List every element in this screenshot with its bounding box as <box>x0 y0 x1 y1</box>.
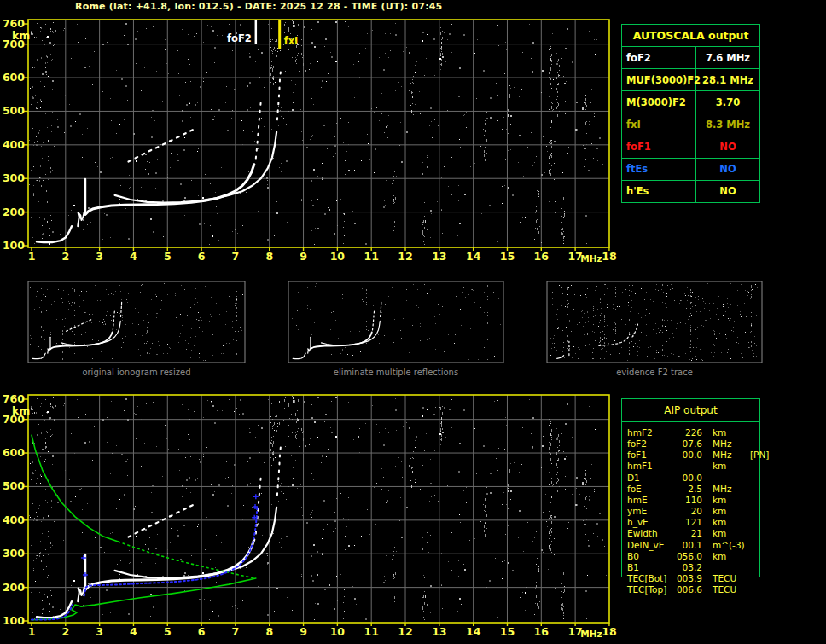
y-tick-label: 200 <box>3 581 25 594</box>
aip-cell: 21 <box>673 528 702 539</box>
aip-row-foE: foE2.5MHz <box>627 484 823 495</box>
y-tick-label: 760 <box>3 392 25 405</box>
aip-row-D1: D100.0 <box>627 473 823 484</box>
aip-cell: TEC[Top] <box>627 584 673 595</box>
mini-panel-border <box>547 281 762 363</box>
autoscala-row-MUF(3000)F2: MUF(3000)F228.1 MHz <box>622 68 759 90</box>
mini-traces <box>557 324 638 358</box>
aip-cell: hmF2 <box>627 427 673 438</box>
aip-row-Ewidth: Ewidth21km <box>627 528 823 539</box>
aip-cell: foE <box>627 484 673 495</box>
aip-row-TEC[Bot]: TEC[Bot]003.9TECU <box>627 573 823 584</box>
mini-noise <box>30 283 243 361</box>
aip-cell: hmF1 <box>627 461 673 472</box>
x-tick-label: 2 <box>61 250 69 263</box>
fit-anchor-plus-icon <box>83 572 88 577</box>
x-axis-unit-label: MHz <box>580 629 602 639</box>
x-tick-label: 4 <box>130 625 137 638</box>
aip-cell: km <box>713 427 750 438</box>
aip-row-B0: B0056.0km <box>627 551 823 562</box>
autoscala-param-label: fxI <box>622 113 696 135</box>
aip-row-foF2: foF207.6MHz <box>627 438 823 450</box>
autoscala-param-value: NO <box>696 163 759 175</box>
aip-cell: TECU <box>713 573 750 584</box>
marker-label-fxI: fxI <box>284 35 299 47</box>
y-tick-label: 300 <box>3 171 25 184</box>
autoscala-param-value: 28.1 MHz <box>696 74 759 86</box>
x-tick-label: 8 <box>265 625 273 638</box>
y-tick-label: 600 <box>3 71 25 84</box>
y-tick-label: 100 <box>3 239 25 252</box>
aip-cell: 20 <box>673 506 702 517</box>
mini-panel-1 <box>288 281 503 363</box>
aip-cell: MHz <box>713 484 750 495</box>
y-tick-label: 760 <box>3 17 25 30</box>
x-tick-label: 14 <box>466 625 481 638</box>
mini-noise <box>290 283 502 360</box>
aip-cell: --- <box>673 461 702 472</box>
aip-cell: 00.1 <box>673 540 702 551</box>
ionogram-traces <box>32 435 281 620</box>
x-tick-label: 13 <box>432 625 446 638</box>
x-tick-label: 13 <box>432 250 446 263</box>
autoscala-row-M(3000)F2: M(3000)F23.70 <box>622 90 759 113</box>
x-tick-label: 5 <box>164 250 172 263</box>
autoscala-output-table: AUTOSCALA output foF27.6 MHzMUF(3000)F22… <box>621 24 760 203</box>
x-tick-label: 11 <box>364 625 378 638</box>
autoscala-row-foF2: foF27.6 MHz <box>622 47 759 68</box>
x-tick-label: 6 <box>198 625 206 638</box>
x-tick-label: 5 <box>164 625 172 638</box>
autoscala-app-screen: 123456789101112131415161718MHz7607006005… <box>0 0 826 644</box>
y-tick-label: 100 <box>3 614 25 627</box>
aip-output-table: AIP output hmF2226kmfoF207.6MHzfoF100.0M… <box>621 398 760 577</box>
fit-anchor-plus-icon <box>253 494 259 499</box>
aip-cell: 00.0 <box>673 473 702 484</box>
x-tick-label: 15 <box>500 625 515 638</box>
y-tick-label: 300 <box>3 547 25 560</box>
aip-cell: foF1 <box>627 450 673 461</box>
autoscala-row-h'Es: h'EsNO <box>622 180 759 202</box>
aip-cell: 110 <box>673 495 702 506</box>
aip-cell: ymE <box>627 506 673 517</box>
x-tick-label: 9 <box>300 625 307 638</box>
autoscala-row-fxI: fxI8.3 MHz <box>622 113 759 135</box>
mini-traces <box>32 300 122 359</box>
x-tick-label: 12 <box>398 625 412 638</box>
aip-cell: h_vE <box>627 517 673 528</box>
x-axis-unit-label: MHz <box>580 253 602 264</box>
panel-caption-evidence: evidence F2 trace <box>547 368 762 378</box>
aip-cell: km <box>713 506 750 517</box>
x-tick-label: 3 <box>96 625 103 638</box>
autoscala-param-label: h'Es <box>622 181 696 202</box>
plot-border <box>28 395 609 623</box>
x-tick-label: 1 <box>28 250 36 263</box>
aip-row-TEC[Top]: TEC[Top]006.6TECU <box>627 584 823 595</box>
aip-cell: km <box>713 495 750 506</box>
mini-panel-border <box>28 281 245 363</box>
x-tick-label: 1 <box>28 625 36 638</box>
ionogram-top-plot: 123456789101112131415161718MHz7607006005… <box>3 17 617 264</box>
mini-panel-border <box>288 281 503 363</box>
y-tick-label: 600 <box>3 446 25 459</box>
y-axis-unit-label: km <box>12 404 30 417</box>
panel-caption-eliminate: eliminate multiple reflections <box>288 368 503 378</box>
mini-traces <box>293 300 381 359</box>
aip-cell: 006.6 <box>673 584 702 595</box>
aip-row-hmF1: hmF1---km <box>627 461 823 472</box>
mini-panel-0 <box>28 281 245 363</box>
aip-row-ymE: ymE20km <box>627 506 823 517</box>
aip-cell: [PN] <box>750 450 769 461</box>
x-tick-label: 10 <box>330 625 346 638</box>
noise-speckle <box>29 20 607 247</box>
autoscala-param-label: foF1 <box>622 136 696 158</box>
aip-cell: TEC[Bot] <box>627 573 673 584</box>
plot-border <box>28 20 609 247</box>
autoscala-param-value: 3.70 <box>696 96 759 108</box>
mini-panel-2 <box>547 281 762 363</box>
axis-ticks <box>24 399 609 626</box>
noise-speckle <box>29 396 607 623</box>
aip-cell: D1 <box>627 473 673 484</box>
autoscala-param-value: NO <box>696 185 759 197</box>
autoscala-table-header: AUTOSCALA output <box>622 25 759 47</box>
axis-ticks <box>24 24 609 251</box>
